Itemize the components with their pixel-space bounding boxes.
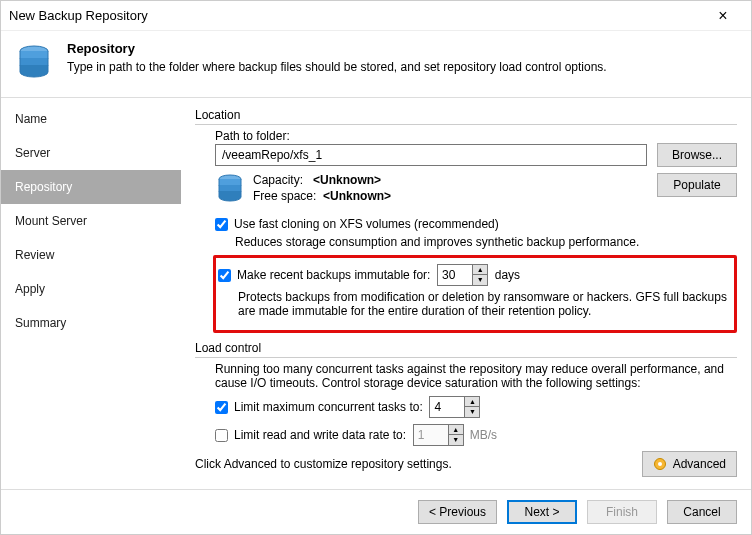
- spinner-down-icon: ▼: [449, 435, 463, 445]
- page-subtext: Type in path to the folder where backup …: [67, 60, 607, 74]
- limit-rate-checkbox[interactable]: [215, 429, 228, 442]
- main-panel: Location Path to folder: Browse...: [181, 98, 751, 489]
- cancel-button[interactable]: Cancel: [667, 500, 737, 524]
- advanced-button[interactable]: Advanced: [642, 451, 737, 477]
- close-icon[interactable]: ×: [703, 7, 743, 25]
- spinner-down-icon[interactable]: ▼: [473, 275, 487, 285]
- immutable-checkbox[interactable]: [218, 269, 231, 282]
- sidebar-item-apply[interactable]: Apply: [1, 272, 181, 306]
- path-input[interactable]: [215, 144, 647, 166]
- gear-icon: [653, 457, 667, 471]
- immutable-label-pre: Make recent backups immutable for:: [237, 268, 430, 282]
- wizard-sidebar: Name Server Repository Mount Server Revi…: [1, 98, 181, 489]
- load-group-label: Load control: [195, 341, 737, 358]
- path-label: Path to folder:: [215, 129, 737, 143]
- database-small-icon: [215, 173, 245, 211]
- spinner-down-icon[interactable]: ▼: [465, 407, 479, 417]
- capacity-label: Capacity:: [253, 173, 303, 187]
- sidebar-item-repository[interactable]: Repository: [1, 170, 181, 204]
- finish-button: Finish: [587, 500, 657, 524]
- limit-tasks-label: Limit maximum concurrent tasks to:: [234, 400, 423, 414]
- svg-point-3: [658, 462, 662, 466]
- limit-rate-unit: MB/s: [470, 428, 497, 442]
- spinner-up-icon[interactable]: ▲: [473, 265, 487, 275]
- sidebar-item-summary[interactable]: Summary: [1, 306, 181, 340]
- load-intro: Running too many concurrent tasks agains…: [215, 362, 737, 390]
- limit-tasks-spinner[interactable]: ▲▼: [429, 396, 480, 418]
- titlebar: New Backup Repository ×: [1, 1, 751, 31]
- immutable-label-post: days: [495, 268, 520, 282]
- limit-rate-spinner: ▲▼: [413, 424, 464, 446]
- sidebar-item-server[interactable]: Server: [1, 136, 181, 170]
- immutable-desc: Protects backups from modification or de…: [238, 290, 728, 318]
- advanced-hint: Click Advanced to customize repository s…: [195, 457, 642, 471]
- fast-clone-checkbox[interactable]: [215, 218, 228, 231]
- populate-button[interactable]: Populate: [657, 173, 737, 197]
- immutable-days-spinner[interactable]: ▲▼: [437, 264, 488, 286]
- window-title: New Backup Repository: [9, 8, 703, 23]
- sidebar-item-mount-server[interactable]: Mount Server: [1, 204, 181, 238]
- sidebar-item-name[interactable]: Name: [1, 102, 181, 136]
- fast-clone-desc: Reduces storage consumption and improves…: [235, 235, 737, 249]
- previous-button[interactable]: < Previous: [418, 500, 497, 524]
- database-icon: [15, 43, 53, 81]
- location-group-label: Location: [195, 108, 737, 125]
- next-button[interactable]: Next >: [507, 500, 577, 524]
- spinner-up-icon: ▲: [449, 425, 463, 435]
- browse-button[interactable]: Browse...: [657, 143, 737, 167]
- wizard-window: New Backup Repository × Repository Type …: [0, 0, 752, 535]
- highlighted-immutable-section: Make recent backups immutable for: ▲▼ da…: [213, 255, 737, 333]
- freespace-label: Free space:: [253, 189, 316, 203]
- page-heading: Repository: [67, 41, 607, 56]
- limit-tasks-input[interactable]: [430, 397, 464, 417]
- advanced-button-label: Advanced: [673, 457, 726, 471]
- capacity-value: <Unknown>: [313, 173, 381, 187]
- fast-clone-label: Use fast cloning on XFS volumes (recomme…: [234, 217, 499, 231]
- spinner-up-icon[interactable]: ▲: [465, 397, 479, 407]
- wizard-header: Repository Type in path to the folder wh…: [1, 31, 751, 97]
- button-bar: < Previous Next > Finish Cancel: [1, 489, 751, 534]
- limit-tasks-checkbox[interactable]: [215, 401, 228, 414]
- immutable-days-input[interactable]: [438, 265, 472, 285]
- freespace-value: <Unknown>: [323, 189, 391, 203]
- limit-rate-input: [414, 425, 448, 445]
- sidebar-item-review[interactable]: Review: [1, 238, 181, 272]
- limit-rate-label: Limit read and write data rate to:: [234, 428, 406, 442]
